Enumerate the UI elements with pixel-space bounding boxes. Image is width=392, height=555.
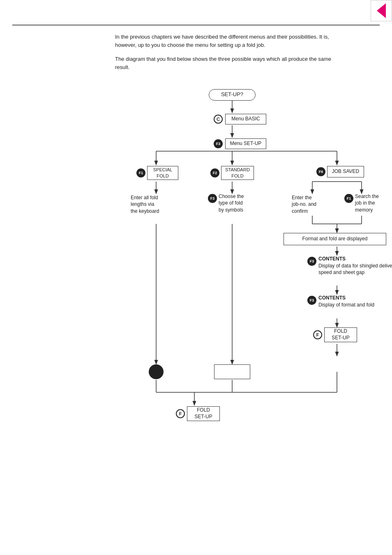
fold-setup2-node: FOLD SET-UP (187, 406, 220, 421)
fold-setup1-node: FOLD SET-UP (324, 327, 357, 342)
badge-F3-setup: F3 (214, 139, 223, 148)
contents1-label: CONTENTS (318, 256, 392, 262)
circle-node (149, 364, 164, 379)
menu-basic-group: C Menu BASIC (214, 114, 266, 124)
enter-job-text: Enter the job-no. and confirm (292, 194, 333, 215)
badge-F1-search: F1 (344, 194, 353, 203)
badge-F3-contents2: F3 (307, 296, 316, 305)
back-button[interactable] (371, 0, 392, 21)
choose-type-group: F3 Choose the type of fold by symbols (208, 193, 244, 214)
job-saved-node: JOB SAVED (327, 166, 364, 177)
flow-diagram: SET-UP? C Menu BASIC F3 Menu SET-UP F1 (115, 84, 392, 516)
menu-setup-group: F3 Menu SET-UP (214, 138, 266, 149)
intro-para2: The diagram that you find below shows th… (115, 55, 345, 71)
top-divider (12, 25, 380, 25)
job-saved-group: F6 JOB SAVED (316, 166, 364, 177)
badge-F-fold2: F (176, 409, 185, 418)
contents1-group: F3 CONTENTS Display of data for shingled… (307, 256, 392, 276)
small-rect-node (214, 364, 250, 379)
contents2-text: CONTENTS Display of format and fold (318, 295, 374, 309)
back-arrow-icon (377, 3, 386, 18)
badge-F2-standard: F2 (210, 168, 219, 177)
contents1-sub: Display of data for shingled delivery, s… (318, 263, 392, 276)
contents2-group: F3 CONTENTS Display of format and fold (307, 295, 374, 309)
badge-C: C (214, 115, 223, 124)
special-fold-group: F1 SPECIAL FOLD (136, 166, 178, 180)
menu-setup-node: Menu SET-UP (225, 138, 266, 149)
badge-F6-job: F6 (316, 167, 325, 176)
badge-F3-choose: F3 (208, 194, 217, 203)
badge-F-fold1: F (313, 330, 322, 339)
search-job-text: Search the job in the memory (355, 193, 379, 214)
fold-setup2-group: F FOLD SET-UP (176, 406, 220, 421)
fold-setup1-group: F FOLD SET-UP (313, 327, 357, 342)
menu-basic-node: Menu BASIC (225, 114, 266, 124)
format-fold-node: Format and fold are displayed (284, 233, 386, 245)
standard-fold-group: F2 STANDARD FOLD (210, 166, 254, 180)
search-job-group: F1 Search the job in the memory (344, 193, 379, 214)
badge-F1-special: F1 (136, 168, 145, 177)
setup-node: SET-UP? (209, 89, 256, 101)
badge-F3-contents1: F3 (307, 257, 316, 266)
special-fold-node: SPECIAL FOLD (147, 166, 178, 180)
enter-fold-text: Enter all fold lengths via the keyboard (131, 194, 180, 215)
contents2-label: CONTENTS (318, 295, 374, 301)
contents1-text: CONTENTS Display of data for shingled de… (318, 256, 392, 276)
choose-type-text: Choose the type of fold by symbols (219, 193, 244, 214)
main-content: In the previous chapters we have describ… (115, 33, 380, 516)
contents2-sub: Display of format and fold (318, 302, 374, 309)
intro-para1: In the previous chapters we have describ… (115, 33, 345, 49)
standard-fold-node: STANDARD FOLD (221, 166, 254, 180)
